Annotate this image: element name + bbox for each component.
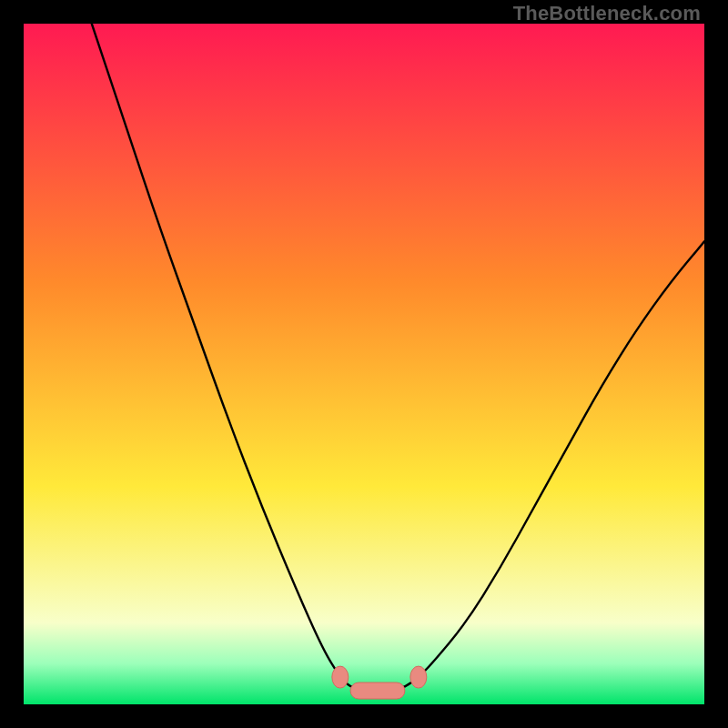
plot-area — [24, 24, 704, 704]
chart-svg — [24, 24, 704, 704]
marker-dot — [410, 666, 427, 688]
marker-dot — [332, 666, 349, 688]
watermark-text: TheBottleneck.com — [513, 2, 701, 25]
outer-frame: TheBottleneck.com — [0, 0, 728, 728]
marker-flat-bar — [350, 682, 405, 699]
